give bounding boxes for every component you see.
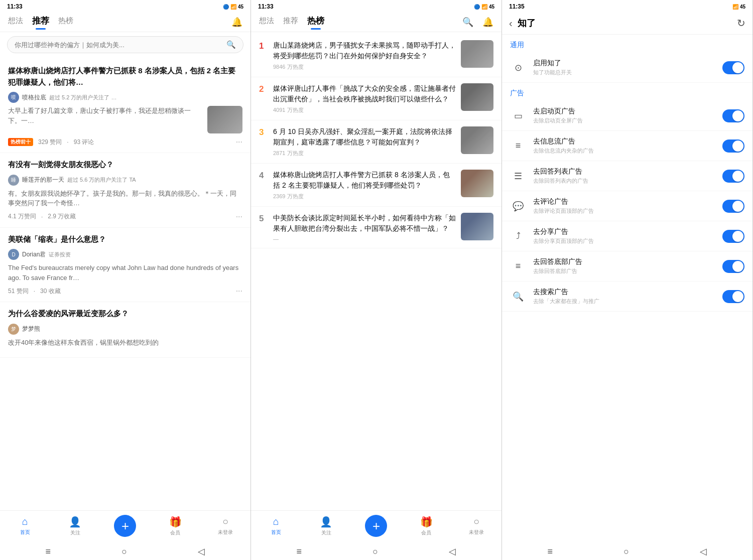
back-button[interactable]: ‹	[509, 18, 513, 29]
author-avatar-1: 喷	[8, 92, 19, 103]
hot-thumb-img-2	[461, 83, 493, 111]
toggle-launch-ad[interactable]	[722, 109, 744, 122]
hot-title-2: 媒体评唐山打人事件「挑战了大众的安全感，需让施暴者付出沉重代价」，当社会秩序被挑…	[273, 83, 456, 104]
bottom-add-2[interactable]: +	[351, 515, 402, 537]
feed-more-2[interactable]: ···	[236, 212, 242, 221]
bottom-nav-vip-1[interactable]: 🎁 会员	[150, 516, 200, 536]
settings-label-share-ad: 去分享广告	[533, 227, 715, 236]
settings-item-feed-ad[interactable]: ≡ 去信息流广告 去除信息流内夹杂的广告	[502, 131, 752, 161]
time-3: 11:35	[509, 3, 525, 10]
toggle-comment-ad[interactable]	[722, 200, 744, 213]
status-bar-1: 11:33 🔵 📶 45	[0, 0, 250, 12]
toggle-feed-ad[interactable]	[722, 139, 744, 153]
settings-item-answer-bottom-ad[interactable]: ≡ 去回答底部广告 去除回答底部广告	[502, 251, 752, 282]
signal-icon-3: 📶	[732, 4, 738, 10]
avatar-letter-4: 梦	[11, 326, 16, 333]
panel-settings: 11:35 📶 45 ‹ 知了 ↻ 通用 ⊙ 启用知了 知了功能总开关 广告 ▭	[502, 0, 753, 560]
avatar-letter-1: 喷	[11, 94, 16, 101]
hot-thumb-img-5	[461, 213, 493, 240]
settings-item-search-ad[interactable]: 🔍 去搜索广告 去除「大家都在搜」与推广	[502, 282, 752, 312]
search-ad-icon: 🔍	[510, 289, 526, 305]
toggle-search-ad[interactable]	[722, 290, 744, 303]
settings-item-text-launch-ad: 去启动页广告 去除启动页全屏广告	[533, 107, 715, 124]
hot-content-3: 6 月 10 日吴亦凡强奸、聚众淫乱一案开庭，法院将依法择期宣判，庭审透露了哪些…	[273, 126, 456, 157]
toggle-share-ad[interactable]	[722, 230, 744, 243]
tab-thoughts-1[interactable]: 想法	[8, 16, 23, 28]
hot-content-1: 唐山某路烧烤店，男子骚扰女子未果挨骂，随即动手打人，将受到哪些惩罚？出门在外如何…	[273, 40, 456, 71]
profile-label-1: 未登录	[218, 529, 233, 536]
hot-item-4[interactable]: 4 媒体称唐山烧烤店打人事件警方已抓获 8 名涉案人员，包括 2 名主要犯罪嫌疑…	[251, 164, 501, 207]
status-icons-2: 🔵 📶 45	[474, 4, 494, 10]
share-ad-icon: ⤴	[510, 228, 526, 244]
bottom-nav-home-2[interactable]: ⌂ 首页	[251, 516, 301, 536]
back-gesture-3: ◁	[700, 546, 707, 557]
feed-comments-1: 93 评论	[74, 138, 94, 147]
settings-desc-search-ad: 去除「大家都在搜」与推广	[533, 298, 715, 305]
hot-item-2[interactable]: 2 媒体评唐山打人事件「挑战了大众的安全感，需让施暴者付出沉重代价」，当社会秩序…	[251, 77, 501, 120]
bottom-nav-home-1[interactable]: ⌂ 首页	[0, 516, 50, 536]
bottom-nav-vip-2[interactable]: 🎁 会员	[401, 516, 451, 536]
feed-title-4: 为什么谷爱凌的风评最近变那么多？	[8, 308, 242, 320]
tab-hot-1[interactable]: 热榜	[58, 16, 73, 28]
settings-item-text-comment-ad: 去评论广告 去除评论页面顶部的广告	[533, 197, 715, 215]
tab-recommend-2[interactable]: 推荐	[283, 16, 298, 28]
settings-item-answer-list-ad[interactable]: ☰ 去回答列表广告 去除回答列表内的广告	[502, 161, 752, 191]
search-bar-1[interactable]: 🔍	[7, 36, 243, 53]
search-icon-2[interactable]: 🔍	[462, 17, 473, 28]
feed-item-1[interactable]: 媒体称唐山烧烤店打人事件警方已抓获 8 名涉案人员，包括 2 名主要犯罪嫌疑人，…	[0, 59, 250, 153]
bell-icon-1[interactable]: 🔔	[231, 17, 242, 28]
search-input-1[interactable]	[15, 41, 226, 49]
home-gesture-1: ○	[121, 546, 127, 557]
follow-icon-1: 👤	[69, 516, 81, 528]
hot-item-5[interactable]: 5 中美防长会谈比原定时间延长半小时，如何看待中方称「如果有人胆敢把台湾分裂出去…	[251, 207, 501, 248]
hot-item-1[interactable]: 1 唐山某路烧烤店，男子骚扰女子未果挨骂，随即动手打人，将受到哪些惩罚？出门在外…	[251, 34, 501, 77]
settings-item-enable[interactable]: ⊙ 启用知了 知了功能总开关	[502, 53, 752, 83]
tab-recommend-1[interactable]: 推荐	[32, 15, 49, 29]
bottom-add-1[interactable]: +	[100, 515, 151, 537]
feed-more-3[interactable]: ···	[236, 287, 242, 296]
settings-desc-answer-bottom-ad: 去除回答底部广告	[533, 267, 715, 275]
vip-label-2: 会员	[421, 529, 431, 536]
feed-item-2[interactable]: 有没有一刻觉得女朋友很恶心？ 睡 睡莲开的那一天 超过 5.6 万的用户关注了 …	[0, 153, 250, 228]
bottom-nav-profile-1[interactable]: ○ 未登录	[200, 516, 250, 536]
settings-item-text-answer-bottom-ad: 去回答底部广告 去除回答底部广告	[533, 257, 715, 275]
settings-desc-feed-ad: 去除信息流内夹杂的广告	[533, 147, 715, 155]
settings-label-answer-bottom-ad: 去回答底部广告	[533, 257, 715, 266]
bottom-nav-profile-2[interactable]: ○ 未登录	[451, 516, 501, 536]
tab-hot-2[interactable]: 热榜	[307, 15, 324, 29]
hot-thumb-5	[461, 213, 493, 240]
follow-label-1: 关注	[70, 529, 80, 536]
feed-more-1[interactable]: ···	[236, 137, 242, 147]
search-icon-1[interactable]: 🔍	[226, 40, 236, 49]
profile-icon-1: ○	[222, 516, 228, 527]
settings-label-comment-ad: 去评论广告	[533, 197, 715, 206]
profile-icon-2: ○	[473, 516, 479, 527]
hot-item-3[interactable]: 3 6 月 10 日吴亦凡强奸、聚众淫乱一案开庭，法院将依法择期宣判，庭审透露了…	[251, 120, 501, 164]
bottom-nav-follow-1[interactable]: 👤 关注	[50, 516, 100, 536]
settings-item-comment-ad[interactable]: 💬 去评论广告 去除评论页面顶部的广告	[502, 191, 752, 221]
author-avatar-2: 睡	[8, 175, 19, 186]
follow-label-2: 关注	[321, 529, 331, 536]
feed-comments-3: 30 收藏	[40, 287, 61, 296]
settings-item-share-ad[interactable]: ⤴ 去分享广告 去除分享页面顶部的广告	[502, 221, 752, 251]
settings-desc-enable: 知了功能总开关	[533, 69, 715, 76]
toggle-answer-list-ad[interactable]	[722, 170, 744, 183]
feed-item-3[interactable]: 美联储「缩表」是什么意思？ D Dorian君 证券投资 The Fed's b…	[0, 228, 250, 303]
answer-bottom-ad-icon: ≡	[510, 258, 526, 274]
add-circle-2[interactable]: +	[365, 515, 387, 537]
feed-preview-3: The Fed's bureaucrats merely copy what J…	[8, 263, 242, 283]
comment-ad-icon: 💬	[510, 198, 526, 214]
bottom-nav-follow-2[interactable]: 👤 关注	[301, 516, 351, 536]
toggle-answer-bottom-ad[interactable]	[722, 260, 744, 273]
answer-list-ad-icon: ☰	[510, 168, 526, 184]
feed-item-4[interactable]: 为什么谷爱凌的风评最近变那么多？ 梦 梦梦熊 改开40年来像他这样东食西宿，锅里…	[0, 302, 250, 358]
panel-hot: 11:33 🔵 📶 45 想法 推荐 热榜 🔍 🔔 1 唐山某路烧烤店，男子骚扰…	[251, 0, 502, 560]
bell-icon-2[interactable]: 🔔	[482, 17, 493, 28]
toggle-enable[interactable]	[722, 61, 744, 74]
settings-item-launch-ad[interactable]: ▭ 去启动页广告 去除启动页全屏广告	[502, 101, 752, 131]
vip-label-1: 会员	[170, 529, 180, 536]
refresh-button[interactable]: ↻	[737, 17, 745, 29]
hot-heat-3: 2871 万热度	[273, 150, 456, 157]
tab-thoughts-2[interactable]: 想法	[259, 16, 274, 28]
add-circle-1[interactable]: +	[114, 515, 136, 537]
